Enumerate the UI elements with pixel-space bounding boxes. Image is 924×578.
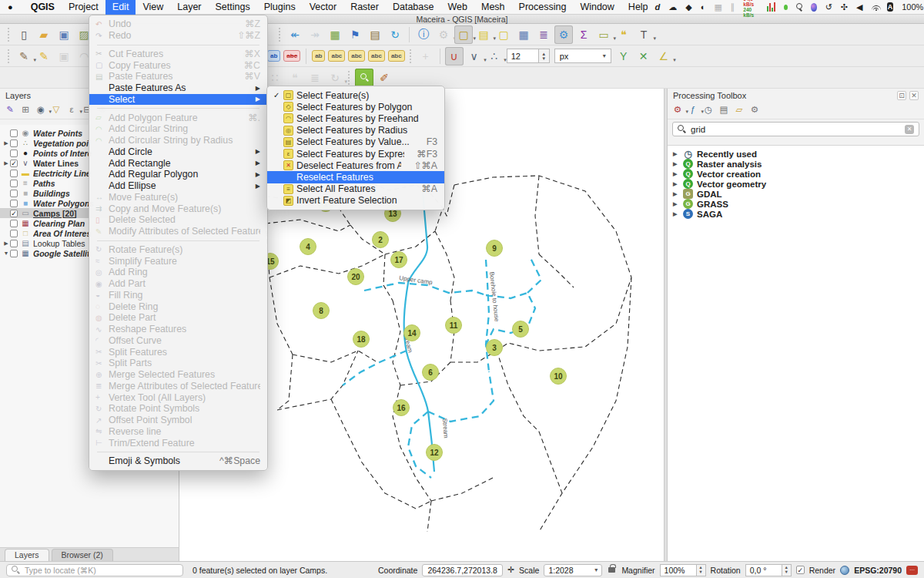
layer-visibility-checkbox[interactable]	[10, 220, 18, 227]
expand-icon[interactable]: ▶	[673, 171, 679, 177]
magnifier-spinbox[interactable]: 100%▲▼	[660, 564, 706, 576]
extent-icon[interactable]: ✛	[507, 565, 514, 575]
snap-on-segment-icon[interactable]: ∴	[485, 47, 504, 66]
camp-marker-20[interactable]: 20	[348, 269, 364, 285]
processing-search-input[interactable]: grid ✕	[672, 122, 919, 136]
expand-icon[interactable]: ▶	[2, 160, 10, 166]
rotation-spinbox[interactable]: 0,0 °▲▼	[745, 564, 792, 576]
coordinate-input[interactable]: 264236.7,272013.8	[422, 564, 503, 576]
camp-marker-6[interactable]: 6	[423, 365, 439, 381]
pin-unpin-labels-icon[interactable]: ab	[312, 50, 325, 62]
scale-combo[interactable]: 1:2028	[544, 564, 602, 576]
edit-features-in-place-icon[interactable]: ▱	[732, 102, 747, 117]
camp-marker-17[interactable]: 17	[391, 252, 407, 268]
camp-marker-5[interactable]: 5	[513, 321, 529, 338]
camp-marker-11[interactable]: 11	[446, 318, 462, 334]
toolbar-drag-handle[interactable]	[410, 49, 413, 63]
menubar-item-web[interactable]: Web	[440, 0, 474, 15]
spotlight-icon[interactable]	[796, 3, 802, 12]
menu-item-invert-feature-selection[interactable]: ◩Invert Feature Selection	[267, 195, 444, 207]
snap-on-intersection-icon[interactable]: ✕	[634, 47, 653, 66]
highlight-pinned-labels-icon[interactable]: abc	[328, 50, 345, 62]
toolbox-group-raster-analysis[interactable]: ▶QRaster analysis	[668, 159, 924, 169]
menu-item-select-features-by-expression[interactable]: εSelect Features by Expression...⌘F3	[267, 148, 444, 160]
expand-icon[interactable]: ▶	[2, 240, 10, 247]
select-features-icon[interactable]: ▢	[454, 25, 473, 44]
toolbar-drag-handle[interactable]	[8, 49, 11, 63]
clear-search-icon[interactable]: ✕	[905, 125, 914, 134]
log-messages-icon[interactable]: ⋯	[906, 566, 918, 575]
menubar-item-processing[interactable]: Processing	[512, 0, 574, 15]
package-icon[interactable]: ◆	[685, 2, 691, 12]
expand-icon[interactable]: ▶	[673, 191, 679, 197]
manage-map-themes-icon[interactable]: ◉	[33, 102, 49, 117]
layer-visibility-checkbox[interactable]	[10, 190, 18, 197]
expand-icon[interactable]: ▶	[673, 151, 679, 157]
camp-marker-2[interactable]: 2	[373, 232, 389, 248]
expand-icon[interactable]: ▶	[2, 140, 10, 146]
menubar-item-database[interactable]: Database	[386, 0, 441, 15]
toolbox-group-vector-geometry[interactable]: ▶QVector geometry	[668, 179, 924, 189]
models-icon[interactable]: ⚙	[670, 102, 685, 117]
crs-status[interactable]: EPSG:20790	[854, 566, 902, 575]
snap-units-combo[interactable]: px	[554, 49, 611, 63]
menubar-item-project[interactable]: Project	[62, 0, 105, 15]
menubar-item-vector[interactable]: Vector	[303, 0, 343, 15]
menu-item-select-features-by-polygon[interactable]: ◇Select Features by Polygon	[267, 101, 444, 113]
expand-icon[interactable]: ▶	[673, 201, 679, 207]
new-project-icon[interactable]: ▯	[15, 25, 33, 44]
menubar-item-mesh[interactable]: Mesh	[474, 0, 512, 15]
menubar-item-edit[interactable]: Edit	[105, 0, 136, 15]
tab-browser-2[interactable]: Browser (2)	[52, 549, 113, 561]
menu-item-reselect-features[interactable]: Reselect Features	[267, 171, 444, 183]
menubar-item-settings[interactable]: Settings	[209, 0, 257, 15]
layer-visibility-checkbox[interactable]	[10, 170, 18, 177]
add-group-icon[interactable]: ⊞	[18, 102, 33, 117]
refresh-map-icon[interactable]: ↻	[386, 25, 404, 44]
snapping-toggle-icon[interactable]: ∪	[445, 47, 464, 66]
apple-menu-icon[interactable]: ●	[8, 2, 13, 12]
layer-visibility-checkbox[interactable]	[10, 129, 18, 137]
expand-icon[interactable]: ▶	[673, 181, 679, 187]
camp-marker-3[interactable]: 3	[487, 340, 503, 356]
render-checkbox[interactable]: ✓	[796, 566, 805, 574]
metasearch-icon[interactable]: ✐	[375, 69, 393, 87]
toolbar-drag-handle[interactable]	[8, 28, 11, 42]
fan-icon[interactable]: ✣	[841, 2, 848, 12]
identify-features-icon[interactable]: ⓘ	[414, 25, 433, 44]
layer-labeling-off-icon[interactable]: abc	[283, 50, 300, 62]
menubar-item-plugins[interactable]: Plugins	[257, 0, 303, 15]
menu-item-add-ellipse[interactable]: Add Ellipse▶	[89, 180, 267, 192]
python-scripts-icon[interactable]: ƒ	[685, 102, 701, 117]
menu-item-select-all-features[interactable]: ≡Select All Features⌘A	[267, 183, 444, 195]
menubar-item-raster[interactable]: Raster	[343, 0, 386, 15]
select-features-by-value-icon[interactable]: ▤	[474, 25, 493, 44]
lock-scale-icon[interactable]	[608, 567, 615, 573]
menu-item-deselect-features-from-all-layers[interactable]: ✕Deselect Features from All Layers⇧⌘A	[267, 160, 444, 171]
panel-close-icon[interactable]: ✕	[909, 91, 919, 100]
layer-visibility-checkbox[interactable]	[10, 240, 18, 247]
wifi-icon[interactable]	[872, 3, 879, 11]
menu-item-select-features-by-radius[interactable]: ◎Select Features by Radius	[267, 125, 444, 136]
options-icon[interactable]: ⚙	[747, 102, 762, 117]
locator-input[interactable]: Type to locate (⌘K)	[6, 564, 183, 576]
toolbox-group-recently-used[interactable]: ▶◷Recently used	[668, 149, 924, 159]
current-edits-icon[interactable]: ✎	[15, 47, 33, 66]
toolbar-drag-handle[interactable]	[279, 28, 282, 42]
menu-item-select-features-by-value[interactable]: ▤Select Features by Value...F3	[267, 136, 444, 148]
expand-icon[interactable]: ▶	[673, 161, 679, 167]
circle-icon[interactable]: ◐	[701, 2, 706, 12]
toolbox-group-saga[interactable]: ▶SSAGA	[668, 209, 924, 219]
menu-item-add-circle[interactable]: Add Circle▶	[89, 146, 267, 158]
change-label-properties-icon[interactable]: abc	[388, 50, 405, 62]
save-project-icon[interactable]: ▣	[55, 25, 73, 44]
activity-bars-icon[interactable]	[767, 2, 775, 12]
show-bookmarks-icon[interactable]: ▤	[366, 25, 384, 44]
measure-line-icon[interactable]: ▭	[594, 25, 613, 44]
show-sum-of-features-icon[interactable]: Σ	[574, 25, 593, 44]
deselect-features-icon[interactable]: ▢	[494, 25, 513, 44]
filter-legend-icon[interactable]: ▽	[49, 102, 64, 117]
camp-marker-10[interactable]: 10	[551, 368, 567, 385]
layer-visibility-checkbox[interactable]: ✓	[10, 210, 18, 217]
menubar-item-view[interactable]: View	[136, 0, 170, 15]
